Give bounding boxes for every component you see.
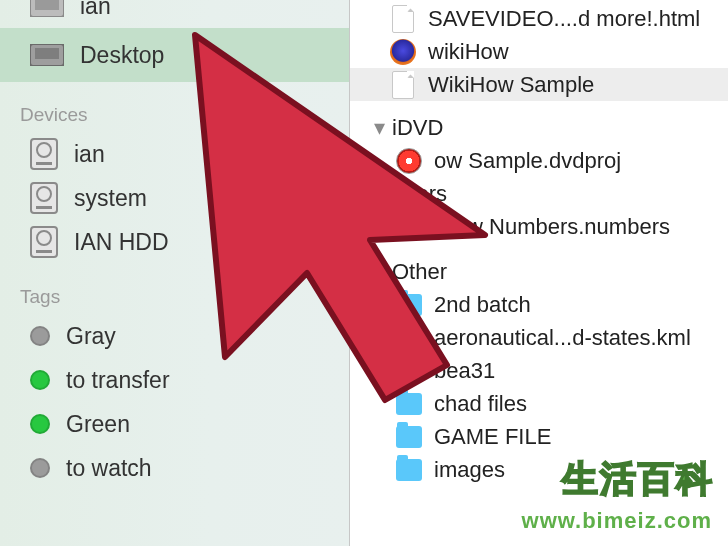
svg-rect-9 [36, 206, 52, 209]
group-label: nbers [392, 181, 447, 207]
file-row[interactable]: ow Sample.dvdproj [350, 144, 728, 177]
sidebar-item-label: ian [74, 141, 105, 168]
numbers-icon [396, 214, 422, 240]
group-header-numbers[interactable]: ▾ nbers [350, 177, 728, 210]
file-row[interactable]: wikiHow [350, 35, 728, 68]
hdd-icon [30, 182, 58, 214]
sidebar-item-ian[interactable]: ian [0, 132, 349, 176]
file-row[interactable]: chad files [350, 387, 728, 420]
sidebar-heading-devices: Devices [0, 82, 349, 132]
sidebar-tag-gray[interactable]: Gray [0, 314, 349, 358]
document-icon [396, 325, 422, 351]
desktop-icon [30, 44, 64, 66]
file-row[interactable]: GAME FILE [350, 420, 728, 453]
sidebar-item-label: system [74, 185, 147, 212]
file-name: GAME FILE [434, 424, 551, 450]
folder-icon [396, 292, 422, 318]
file-row[interactable]: bea31 [350, 354, 728, 387]
sidebar-item-ian-hdd[interactable]: IAN HDD [0, 220, 349, 264]
sidebar-item-ian-top[interactable]: ian [0, 0, 349, 28]
sidebar-item-label: Desktop [80, 42, 164, 69]
svg-rect-1 [35, 0, 59, 10]
document-icon [390, 72, 416, 98]
sidebar-item-label: ian [80, 0, 111, 20]
file-row[interactable]: SAVEVIDEO....d more!.html [350, 2, 728, 35]
tag-dot-icon [30, 326, 50, 346]
chevron-down-icon: ▾ [372, 259, 386, 285]
sidebar-item-system[interactable]: system [0, 176, 349, 220]
sidebar-tag-to-transfer[interactable]: to transfer [0, 358, 349, 402]
desktop-icon [30, 0, 64, 17]
file-name: ow Sample.dvdproj [434, 148, 621, 174]
sidebar: ian Desktop Devices ian system [0, 0, 350, 546]
sidebar-tag-green[interactable]: Green [0, 402, 349, 446]
file-name: SAVEVIDEO....d more!.html [428, 6, 700, 32]
hdd-icon [30, 226, 58, 258]
folder-icon [396, 457, 422, 483]
group-label: Other [392, 259, 447, 285]
tag-dot-icon [30, 458, 50, 478]
hdd-icon [30, 138, 58, 170]
file-row[interactable]: images [350, 453, 728, 486]
file-name: chad files [434, 391, 527, 417]
file-name: WikiHow Sample [428, 72, 594, 98]
svg-rect-3 [35, 48, 59, 59]
file-row[interactable]: WikiHow Sample [350, 68, 728, 101]
file-row[interactable]: iHow Numbers.numbers [350, 210, 728, 243]
file-name: aeronautical...d-states.kml [434, 325, 691, 351]
file-name: images [434, 457, 505, 483]
tag-dot-icon [30, 370, 50, 390]
file-name: 2nd batch [434, 292, 531, 318]
folder-icon [396, 391, 422, 417]
group-label: iDVD [392, 115, 443, 141]
chevron-down-icon: ▾ [372, 115, 386, 141]
file-name: iHow Numbers.numbers [434, 214, 670, 240]
sidebar-item-label: Green [66, 411, 130, 438]
sidebar-item-label: IAN HDD [74, 229, 169, 256]
file-name: bea31 [434, 358, 495, 384]
folder-icon [396, 358, 422, 384]
file-name: wikiHow [428, 39, 509, 65]
document-icon [390, 6, 416, 32]
idvd-icon [396, 148, 422, 174]
chevron-down-icon: ▾ [372, 181, 386, 207]
svg-rect-6 [36, 162, 52, 165]
sidebar-item-label: to watch [66, 455, 152, 482]
file-row[interactable]: aeronautical...d-states.kml [350, 321, 728, 354]
group-header-other[interactable]: ▾ Other [350, 255, 728, 288]
tag-dot-icon [30, 414, 50, 434]
group-header-idvd[interactable]: ▾ iDVD [350, 111, 728, 144]
svg-rect-12 [36, 250, 52, 253]
finder-window: ian Desktop Devices ian system [0, 0, 728, 546]
sidebar-item-label: to transfer [66, 367, 170, 394]
file-row[interactable]: 2nd batch [350, 288, 728, 321]
sidebar-item-label: Gray [66, 323, 116, 350]
file-list[interactable]: SAVEVIDEO....d more!.html wikiHow WikiHo… [350, 0, 728, 546]
sidebar-heading-tags: Tags [0, 264, 349, 314]
sidebar-tag-to-watch[interactable]: to watch [0, 446, 349, 490]
firefox-icon [390, 39, 416, 65]
folder-icon [396, 424, 422, 450]
sidebar-item-desktop[interactable]: Desktop [0, 28, 349, 82]
